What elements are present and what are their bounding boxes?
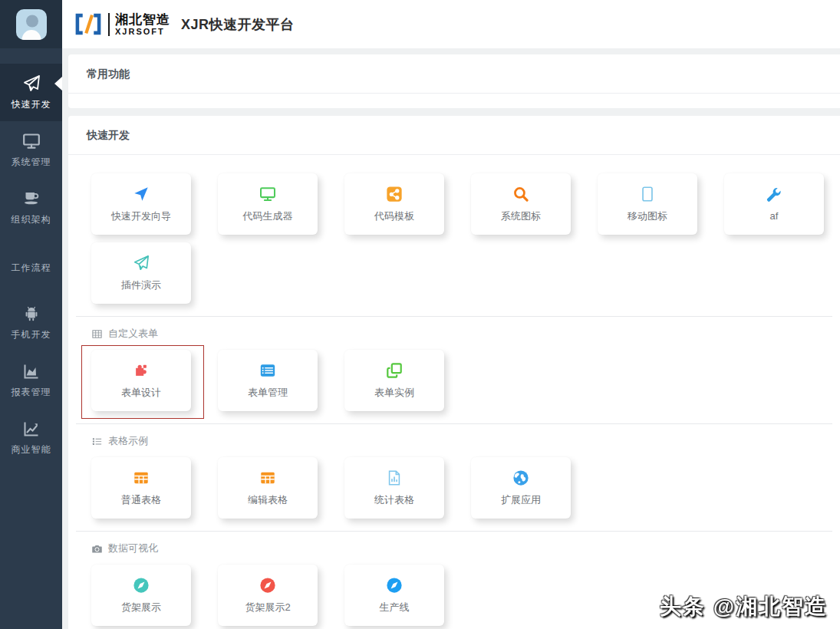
sidebar-item[interactable]: 商业智能 bbox=[0, 409, 62, 466]
puzzle-icon bbox=[133, 362, 150, 379]
table-icon bbox=[259, 469, 276, 486]
app-card-label: 表单实例 bbox=[374, 386, 414, 400]
app-card[interactable]: 插件演示 bbox=[91, 242, 191, 304]
list-icon bbox=[91, 436, 103, 447]
quick-dev-groups: 快速开发向导代码生成器代码模板系统图标移动图标af插件演示自定义表单表单设计表单… bbox=[68, 155, 840, 629]
line-chart-icon bbox=[22, 420, 41, 438]
group-label-text: 自定义表单 bbox=[108, 327, 158, 341]
app-header: 湘北智造 XJRSOFT XJR快速开发平台 bbox=[62, 0, 840, 48]
app-card[interactable]: 扩展应用 bbox=[471, 457, 571, 519]
panel-common-functions: 常用功能 bbox=[68, 54, 840, 108]
page-title: XJR快速开发平台 bbox=[181, 15, 295, 34]
sidebar-item[interactable]: 工作流程 bbox=[0, 236, 62, 294]
app-card-label: 编辑表格 bbox=[248, 493, 288, 507]
group-label-text: 表格示例 bbox=[108, 434, 148, 448]
brand-logo-icon bbox=[73, 12, 104, 37]
app-card[interactable]: 表单设计 bbox=[91, 350, 191, 411]
sidebar-item-label: 工作流程 bbox=[12, 262, 51, 275]
paper-plane-icon bbox=[133, 255, 150, 272]
group-label: 表格示例 bbox=[76, 434, 832, 448]
list-alt-icon bbox=[259, 362, 276, 379]
card-group: 自定义表单表单设计表单管理表单实例 bbox=[76, 316, 832, 411]
location-arrow-icon bbox=[133, 186, 150, 203]
sidebar-item[interactable]: 手机开发 bbox=[0, 294, 62, 351]
user-avatar[interactable] bbox=[16, 9, 47, 40]
app-card[interactable]: 快速开发向导 bbox=[91, 173, 191, 235]
cards-row: 快速开发向导代码生成器代码模板系统图标移动图标af插件演示 bbox=[76, 173, 832, 304]
app-card-label: 表单管理 bbox=[248, 386, 288, 400]
sidebar-item[interactable]: 快速开发 bbox=[0, 64, 62, 121]
app-card-label: 快速开发向导 bbox=[111, 209, 171, 223]
app-card[interactable]: 代码生成器 bbox=[218, 173, 318, 235]
app-card[interactable]: 货架展示 bbox=[91, 565, 191, 626]
app-card-label: af bbox=[770, 210, 779, 222]
desktop-icon bbox=[259, 186, 276, 203]
wrench-icon bbox=[766, 186, 782, 203]
tablet-icon bbox=[639, 186, 656, 203]
sidebar-item-label: 系统管理 bbox=[12, 156, 51, 169]
group-label: 自定义表单 bbox=[76, 327, 832, 341]
app-card-label: 普通表格 bbox=[121, 493, 161, 507]
sidebar-item-label: 快速开发 bbox=[12, 98, 51, 111]
brand-text: 湘北智造 XJRSOFT bbox=[108, 13, 170, 36]
app-card-label: 扩展应用 bbox=[501, 493, 541, 507]
app-card[interactable]: 生产线 bbox=[344, 565, 444, 626]
camera-icon bbox=[91, 543, 103, 555]
app-card-label: 插件演示 bbox=[121, 278, 161, 292]
app-card[interactable]: 普通表格 bbox=[91, 457, 191, 519]
paper-plane-icon bbox=[22, 74, 41, 93]
sidebar-item-label: 商业智能 bbox=[12, 443, 51, 456]
app-card-label: 生产线 bbox=[380, 601, 410, 614]
app-card[interactable]: 编辑表格 bbox=[218, 457, 318, 519]
main-content: 常用功能 快速开发 快速开发向导代码生成器代码模板系统图标移动图标af插件演示自… bbox=[62, 48, 840, 629]
app-card-label: 统计表格 bbox=[374, 493, 414, 507]
app-card-label: 表单设计 bbox=[121, 386, 161, 400]
clone-icon bbox=[386, 362, 403, 379]
group-label-text: 数据可视化 bbox=[108, 542, 158, 555]
app-card[interactable]: 代码模板 bbox=[344, 173, 444, 235]
watermark-text: 头条 @湘北智造 bbox=[660, 592, 828, 621]
cup-icon bbox=[22, 189, 41, 208]
sidebar-item-label: 手机开发 bbox=[12, 328, 51, 341]
app-card-label: 代码生成器 bbox=[243, 209, 293, 223]
search-icon bbox=[512, 186, 529, 203]
cards-row: 普通表格编辑表格统计表格扩展应用 bbox=[76, 457, 832, 519]
file-chart-icon bbox=[386, 469, 403, 486]
compass-icon bbox=[133, 577, 150, 594]
panel-quick-dev: 快速开发 快速开发向导代码生成器代码模板系统图标移动图标af插件演示自定义表单表… bbox=[68, 116, 840, 629]
app-card[interactable]: 表单管理 bbox=[218, 350, 318, 411]
group-label: 数据可视化 bbox=[76, 542, 832, 555]
brand-name-cn: 湘北智造 bbox=[115, 13, 170, 26]
desktop-icon bbox=[22, 132, 41, 150]
app-card[interactable]: 表单实例 bbox=[344, 350, 444, 411]
sidebar-item[interactable]: 组织架构 bbox=[0, 179, 62, 236]
sidebar-item[interactable]: 报表管理 bbox=[0, 351, 62, 409]
sidebar-item[interactable]: 系统管理 bbox=[0, 121, 62, 179]
sidebar-item-label: 报表管理 bbox=[12, 386, 51, 399]
android-icon bbox=[22, 305, 41, 323]
app-card[interactable]: 系统图标 bbox=[471, 173, 571, 235]
sidebar: 快速开发系统管理组织架构工作流程手机开发报表管理商业智能 bbox=[0, 0, 62, 629]
compass-icon bbox=[386, 577, 403, 594]
area-chart-icon bbox=[22, 362, 41, 380]
sidebar-header bbox=[0, 0, 62, 48]
table-icon bbox=[133, 469, 150, 486]
app-card-label: 货架展示2 bbox=[245, 601, 290, 614]
app-card[interactable]: 货架展示2 bbox=[218, 565, 318, 626]
app-card-label: 货架展示 bbox=[121, 601, 161, 614]
panel-title: 常用功能 bbox=[68, 54, 840, 94]
card-group: 快速开发向导代码生成器代码模板系统图标移动图标af插件演示 bbox=[76, 173, 832, 304]
app-card[interactable]: af bbox=[724, 173, 824, 235]
person-icon bbox=[16, 9, 47, 40]
app-card-label: 代码模板 bbox=[374, 209, 414, 223]
sidebar-item-label: 组织架构 bbox=[12, 213, 51, 226]
app-card[interactable]: 移动图标 bbox=[598, 173, 697, 235]
app-card[interactable]: 统计表格 bbox=[344, 457, 444, 519]
brand-logo: 湘北智造 XJRSOFT bbox=[73, 12, 170, 37]
cards-row: 表单设计表单管理表单实例 bbox=[76, 350, 832, 411]
brand-name-en: XJRSOFT bbox=[115, 28, 170, 36]
app-card-label: 系统图标 bbox=[501, 209, 541, 223]
compass-icon bbox=[259, 577, 276, 594]
selected-card-highlight: 表单设计 bbox=[91, 350, 191, 411]
panel-title: 快速开发 bbox=[68, 116, 840, 155]
